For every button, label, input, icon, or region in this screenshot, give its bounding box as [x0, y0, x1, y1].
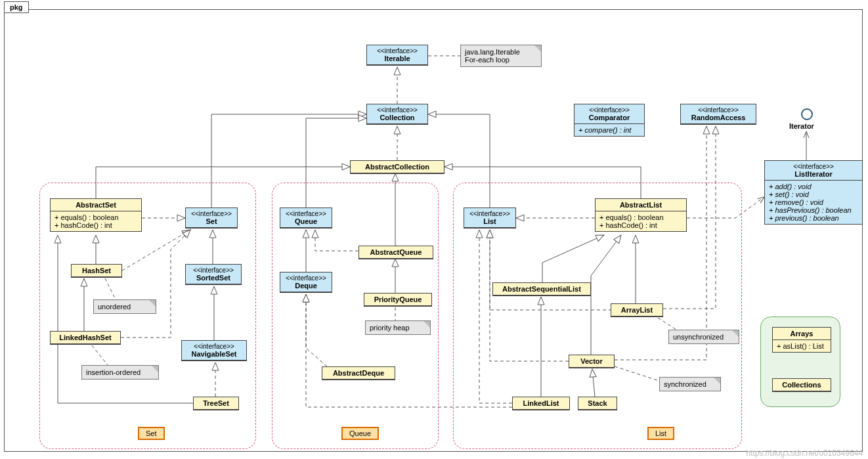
class-abstractdeque: AbstractDeque: [322, 366, 395, 380]
package-tab: pkg: [4, 1, 29, 13]
tag-queue: Queue: [341, 427, 379, 440]
class-linkedlist: LinkedList: [512, 397, 570, 410]
interface-comparator: <<interface>>Comparator + compare() : in…: [574, 104, 645, 137]
class-linkedhashset: LinkedHashSet: [50, 331, 121, 345]
class-abstractlist: AbstractList + equals() : boolean+ hashC…: [595, 198, 687, 232]
note-insertion-ordered: insertion-ordered: [81, 365, 159, 380]
class-vector: Vector: [569, 355, 615, 368]
tag-set: Set: [138, 427, 165, 440]
tag-list: List: [647, 427, 674, 440]
class-treeset: TreeSet: [193, 397, 239, 410]
interface-deque: <<interface>>Deque: [280, 272, 332, 293]
note-priority-heap: priority heap: [365, 320, 431, 335]
class-hashset: HashSet: [71, 264, 122, 278]
interface-listiterator: <<interface>>ListIterator + add() : void…: [764, 160, 863, 225]
class-priorityqueue: PriorityQueue: [364, 293, 432, 307]
label-iterator: Iterator: [789, 122, 814, 130]
class-stack: Stack: [578, 397, 617, 410]
note-unordered: unordered: [93, 299, 156, 314]
note-synchronized: synchronized: [659, 377, 721, 391]
interface-collection: <<interface>>Collection: [366, 104, 428, 125]
iterator-ring-icon: [801, 108, 813, 120]
interface-list: <<interface>>List: [464, 208, 516, 229]
class-abstractqueue: AbstractQueue: [358, 246, 433, 259]
uml-diagram: pkg Iterator <<interface>>Iterable java.…: [0, 0, 868, 459]
interface-queue: <<interface>>Queue: [280, 208, 332, 229]
class-abstractcollection: AbstractCollection: [350, 160, 445, 174]
note-unsynchronized: unsynchronized: [668, 330, 739, 344]
interface-randomaccess: <<interface>>RandomAccess: [680, 104, 756, 125]
note-iterable: java.lang.IterableFor-each loop: [460, 45, 542, 67]
class-abstractsequentiallist: AbstractSequentialList: [492, 282, 591, 296]
class-arrays: Arrays + asList() : List: [772, 327, 831, 353]
watermark: https://blog.csdn.net/u010349644: [747, 448, 863, 458]
class-collections: Collections: [772, 378, 831, 392]
interface-set: <<interface>>Set: [185, 208, 238, 229]
class-arraylist: ArrayList: [611, 303, 663, 317]
interface-navigableset: <<interface>>NavigableSet: [181, 340, 247, 361]
interface-iterable: <<interface>>Iterable: [366, 45, 428, 66]
interface-sortedset: <<interface>>SortedSet: [185, 264, 242, 285]
class-abstractset: AbstractSet + equals() : boolean+ hashCo…: [50, 198, 142, 232]
